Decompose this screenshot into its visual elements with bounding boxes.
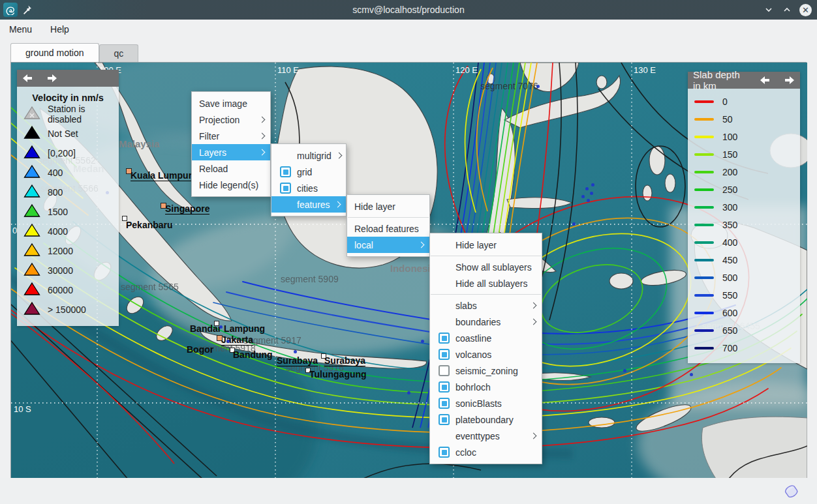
- legend-item-label: 100: [722, 132, 737, 142]
- maximize-button[interactable]: [781, 4, 793, 16]
- legend-next-arrow-icon[interactable]: [46, 74, 57, 83]
- event-marker: [421, 340, 424, 343]
- event-marker: [581, 195, 585, 198]
- checkbox-unchecked[interactable]: [437, 363, 455, 379]
- legend-item-label: 400: [722, 237, 737, 248]
- menu-item-label: Save image: [199, 98, 264, 109]
- status-bar: [0, 478, 817, 504]
- menu-item-hide-all-sublayers[interactable]: Hide all sublayers: [430, 275, 542, 291]
- legend-item-label: Not Set: [48, 128, 78, 139]
- menu-item-label: Reload features: [354, 224, 424, 234]
- checkbox-checked[interactable]: [437, 379, 455, 395]
- menu-item-save-image[interactable]: Save image: [192, 95, 270, 111]
- legend-item-label: [0,200]: [48, 148, 76, 158]
- triangle-icon: [23, 125, 40, 142]
- legend-item-label: 450: [722, 255, 737, 265]
- triangle-icon: [23, 243, 40, 259]
- menu-item-label: features: [297, 200, 330, 210]
- minimize-button[interactable]: [763, 4, 775, 16]
- legend-item-label: 4000: [48, 226, 68, 237]
- checkbox-checked[interactable]: [437, 444, 455, 460]
- checkbox-checked[interactable]: [437, 346, 455, 363]
- menu-item-volcanos[interactable]: volcanos: [430, 346, 542, 363]
- legend-item-label: 800: [48, 187, 63, 198]
- legend-prev-arrow-icon[interactable]: [22, 74, 34, 83]
- menu-item-plateboundary[interactable]: plateboundary: [430, 411, 542, 428]
- legend-item-label: 700: [722, 343, 737, 353]
- map-canvas[interactable]: [10, 62, 807, 478]
- legend-item-4000: 4000: [17, 222, 119, 241]
- legend-item-150000: > 150000: [17, 300, 119, 319]
- menu-item-slabs[interactable]: slabs: [430, 297, 542, 314]
- menu-bar-item-help[interactable]: Help: [50, 24, 69, 35]
- city-marker-kuala-lumpur: [126, 168, 132, 174]
- menu-gutter: [437, 237, 455, 253]
- legend-next-arrow-icon[interactable]: [783, 76, 795, 85]
- menu-item-label: Reload: [199, 164, 264, 174]
- menu-item-filter[interactable]: Filter: [192, 128, 270, 144]
- triangle-icon: [23, 223, 40, 240]
- menu-item-projection[interactable]: Projection: [192, 111, 270, 128]
- menu-item-features[interactable]: features: [271, 196, 346, 213]
- city-marker-tulungagung: [305, 368, 311, 373]
- legend-item-800: 800: [17, 183, 119, 202]
- menu-item-boundaries[interactable]: boundaries: [430, 314, 542, 330]
- menu-item-sonicblasts[interactable]: sonicBlasts: [430, 395, 542, 411]
- checkbox-checked[interactable]: [279, 164, 297, 180]
- legend-item-150: 150: [688, 145, 800, 163]
- legend-item-label: 30000: [48, 265, 73, 276]
- event-marker: [591, 183, 594, 186]
- menu-gutter: [437, 428, 455, 444]
- menu-item-grid[interactable]: grid: [271, 164, 346, 180]
- menu-item-seismic-zoning[interactable]: seismic_zoning: [430, 363, 542, 379]
- city-marker-jakarta: [217, 335, 223, 341]
- menu-item-coastline[interactable]: coastline: [430, 330, 542, 346]
- legend-item-label: 600: [722, 308, 737, 318]
- menu-item-hide-layer[interactable]: Hide layer: [347, 198, 429, 215]
- menu-item-cities[interactable]: cities: [271, 180, 346, 196]
- menu-gutter: [437, 275, 455, 291]
- menu-item-show-all-sublayers[interactable]: Show all sublayers: [430, 259, 542, 275]
- menu-item-hide-legend-s[interactable]: Hide legend(s): [192, 177, 270, 193]
- menu-item-multigrid[interactable]: multigrid: [271, 147, 346, 164]
- menu-item-hide-layer[interactable]: Hide layer: [430, 237, 542, 253]
- checkbox-checked[interactable]: [279, 180, 297, 196]
- legend-prev-arrow-icon[interactable]: [760, 76, 771, 85]
- event-marker: [294, 350, 297, 353]
- velocity-legend-items: Station is disabled Not Set [0,200] 400 …: [17, 104, 119, 326]
- menu-item-ccloc[interactable]: ccloc: [430, 444, 542, 460]
- menu-bar-item-menu[interactable]: Menu: [9, 24, 32, 35]
- tab-qc[interactable]: qc: [99, 44, 139, 62]
- close-button[interactable]: ✕: [799, 4, 812, 16]
- menu-item-reload-features[interactable]: Reload features: [347, 220, 429, 237]
- checkbox-checked[interactable]: [437, 330, 455, 346]
- menu-item-eventtypes[interactable]: eventtypes: [430, 428, 542, 444]
- city-marker-bandar-lampung: [214, 321, 219, 326]
- slab-legend-header: Slab depth in km: [688, 72, 800, 89]
- checkbox-checked[interactable]: [437, 395, 455, 411]
- line-swatch: [694, 206, 714, 209]
- checkbox-checked[interactable]: [437, 411, 455, 428]
- menu-item-local[interactable]: local: [347, 237, 429, 253]
- event-marker: [226, 340, 230, 343]
- tab-ground-motion[interactable]: ground motion: [10, 43, 99, 62]
- menu-item-label: eventtypes: [455, 431, 526, 441]
- legend-item-400: 400: [688, 233, 800, 251]
- legend-item-label: 200: [722, 167, 737, 177]
- line-swatch: [694, 259, 714, 261]
- submenu-chevron-icon: [259, 117, 266, 123]
- legend-item-label: 300: [722, 202, 737, 213]
- slab-legend: Slab depth in km 05010015020025030035040…: [688, 72, 800, 363]
- menu-item-reload[interactable]: Reload: [192, 160, 270, 177]
- menu-item-label: Projection: [199, 115, 254, 125]
- legend-item-station-is-disabled: Station is disabled: [17, 104, 119, 124]
- triangle-icon: [23, 203, 40, 220]
- line-swatch: [694, 276, 714, 279]
- line-swatch: [694, 312, 714, 314]
- menu-item-bohrloch[interactable]: bohrloch: [430, 379, 542, 395]
- menu-item-label: cities: [297, 183, 340, 194]
- legend-item-550: 550: [688, 286, 800, 304]
- legend-item-label: 12000: [48, 246, 73, 256]
- menu-item-layers[interactable]: Layers: [192, 144, 270, 160]
- menu-item-label: local: [354, 240, 414, 250]
